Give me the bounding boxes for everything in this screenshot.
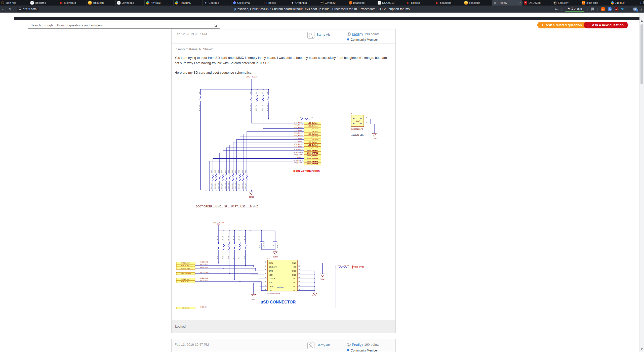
svg-text:MMC0_DAT2: MMC0_DAT2 [200, 261, 208, 263]
svg-text:13: 13 [298, 277, 300, 279]
scroll-down-icon[interactable] [641, 348, 643, 350]
tab-prezide[interactable]: ≡Президе [29, 0, 58, 6]
ublock-extension-icon[interactable]: u2 [615, 7, 618, 11]
svg-text:R95: R95 [245, 170, 247, 173]
search-input[interactable] [28, 23, 214, 27]
svg-text:MMC0_DAT0: MMC0_DAT0 [181, 278, 191, 280]
svg-text:10uF, 10V: 10uF, 10V [263, 242, 265, 248]
svg-text:100K, 1%: 100K, 1% [238, 183, 240, 189]
tab-viktoria[interactable]: ЯВиктория [58, 0, 87, 6]
wallpaper-extension-icon[interactable]: ✓ [633, 8, 637, 11]
tab-koncert[interactable]: PКонцерт [551, 0, 580, 6]
scroll-up-icon[interactable] [641, 20, 643, 22]
svg-text:MMC0_DAT1: MMC0_DAT1 [200, 280, 208, 281]
document-favicon-icon: ≡ [30, 1, 34, 5]
rotated-labels: 10k, 1% 10k, 1% 10k, 1% 10k, 1% 10k, 1% … [217, 236, 278, 259]
schematic-image-usd-connector[interactable]: VDD_3V3B VDD_3V3B 10k, 1% 10k, 1% 10k, 1… [175, 219, 379, 320]
rank-link[interactable]: Prodigy [352, 32, 363, 36]
points-text: 190 points [364, 32, 379, 36]
shopping-extension-icon[interactable] [601, 7, 605, 11]
tab-beagle-2[interactable]: Яbeaglebo [434, 0, 463, 6]
rotated-ref-labels: R58 R65 R66 R67 R68 100K, 1% 100K, 1% 10… [199, 92, 268, 189]
svg-text:DAT2: DAT2 [269, 262, 273, 264]
ask-new-question-button[interactable]: +Ask a new question [584, 22, 628, 28]
bookmark-icon[interactable] [591, 8, 594, 11]
tab-yandex-2[interactable]: ЯЯндекс [405, 0, 434, 6]
author-link[interactable]: Samy Ab [316, 343, 330, 347]
svg-text:MMC0_DAT3: MMC0_DAT3 [200, 264, 208, 265]
tab-yandex-1[interactable]: ЯЯндекс [260, 0, 289, 6]
tab-stavivsh[interactable]: Ставивш [289, 0, 318, 6]
svg-text:2: 2 [265, 265, 266, 267]
new-tab-button[interactable]: + [640, 0, 642, 5]
svg-text:100K, 1%: 100K, 1% [221, 183, 223, 189]
tab-resolved-active[interactable]: ⚙[Resolv× [492, 0, 522, 6]
svg-text:GND: GND [292, 286, 296, 288]
r157-labels: R15710k, 1% [338, 265, 349, 266]
translate-extension-icon[interactable]: A [608, 7, 612, 11]
tab-lichnyi-1[interactable]: Личный [145, 0, 174, 6]
reply-to-line[interactable]: In reply to Kemal R. Shakir: [175, 47, 392, 52]
svg-text:SYS_BOOT2: SYS_BOOT2 [294, 127, 303, 128]
svg-text:SYS_BOOT4: SYS_BOOT4 [294, 132, 303, 134]
tab-moi-posts[interactable]: Мои пос [0, 0, 29, 6]
svg-text:LCD_DATA10: LCD_DATA10 [307, 149, 318, 151]
tab-label: Ставивш [295, 1, 316, 4]
svg-text:DAT0: DAT0 [269, 286, 273, 288]
svg-text:R85: R85 [225, 170, 226, 173]
svg-text:GND: GND [292, 262, 296, 264]
tab-label: Октябрьс [122, 1, 143, 4]
scrollbar[interactable] [639, 13, 644, 352]
svg-text:SYS_BOOT8: SYS_BOOT8 [294, 143, 303, 145]
avatar[interactable] [307, 342, 314, 349]
url-field[interactable]: e2e.ti.com [17, 7, 39, 12]
boot-configuration-title: Boot Configuration [293, 169, 320, 172]
translate-icon[interactable]: Aa [555, 8, 558, 11]
svg-text:VDD: VDD [269, 274, 273, 276]
yandex-favicon-icon: Я [59, 1, 63, 5]
svg-text:100K, 1%: 100K, 1% [235, 183, 236, 189]
tab-label: Яндекс [411, 1, 432, 4]
tab-okko-1[interactable]: Okko sma [231, 0, 260, 6]
site-rating[interactable]: ★1 отзыв [565, 7, 584, 12]
page-title: [Resolved] Linux/AM3358: Custom board wi… [234, 7, 410, 11]
member-badge: Community Member [351, 38, 378, 41]
gem-icon [347, 349, 349, 352]
document-favicon-icon: ≡ [117, 1, 120, 5]
schematic-image-boot-config[interactable]: VDD_3V3A R58 R65 R66 R67 R68 100K, 1% 10… [193, 74, 395, 211]
tab-pravil[interactable]: Правиль [174, 0, 203, 6]
scrollbar-thumb[interactable] [640, 24, 643, 84]
svg-text:100K, 1%: 100K, 1% [250, 105, 251, 111]
tab-soobshche[interactable]: Сообще [203, 0, 231, 6]
svg-text:LCD_DATA2: LCD_DATA2 [308, 128, 318, 129]
tab-doc0010[interactable]: ≡DOC0010 [376, 0, 405, 6]
close-tab-icon[interactable]: × [519, 1, 521, 5]
divider: | [597, 7, 598, 11]
svg-text:MMC0_CD: MMC0_CD [182, 307, 190, 309]
author-link[interactable]: Samy Ab [316, 33, 330, 36]
rank-link[interactable]: Prodigy [352, 343, 363, 346]
tab-setevoi[interactable]: DAСетевой [318, 0, 347, 6]
tab-label: Правиль [180, 1, 201, 4]
reload-button[interactable]: ↻ [7, 7, 13, 11]
tab-beagle-1[interactable]: beaglebo [347, 0, 376, 6]
tab-osd335x[interactable]: BoOSD335x [522, 0, 551, 6]
search-icon[interactable] [214, 24, 217, 27]
tab-vika-kor[interactable]: ▲вика кор [87, 0, 116, 6]
back-button[interactable]: ← [0, 7, 7, 11]
bird-extension-icon[interactable] [621, 8, 625, 11]
tab-lichnyi-2[interactable]: Личный [609, 0, 638, 6]
tab-label: OSD335x [529, 1, 550, 4]
tab-okko-2[interactable]: okko sma [580, 0, 609, 6]
svg-text:R154: R154 [238, 256, 240, 259]
svg-text:SYS_BOOT0: SYS_BOOT0 [294, 121, 303, 123]
avatar[interactable] [307, 32, 314, 39]
svg-text:MMC0_DAT2: MMC0_DAT2 [181, 262, 191, 264]
tab-beagle-3[interactable]: ▲beaglebo [463, 0, 492, 6]
ask-related-question-button[interactable]: +Ask a related question [537, 22, 586, 28]
downloads-icon[interactable]: ↓ [640, 7, 642, 11]
tab-oktyabrs[interactable]: ≡Октябрьс [116, 0, 145, 6]
tab-label: Okko sma [237, 1, 259, 4]
password-extension-icon[interactable] [628, 8, 630, 10]
svg-text:CD/DAT3: CD/DAT3 [269, 266, 277, 268]
